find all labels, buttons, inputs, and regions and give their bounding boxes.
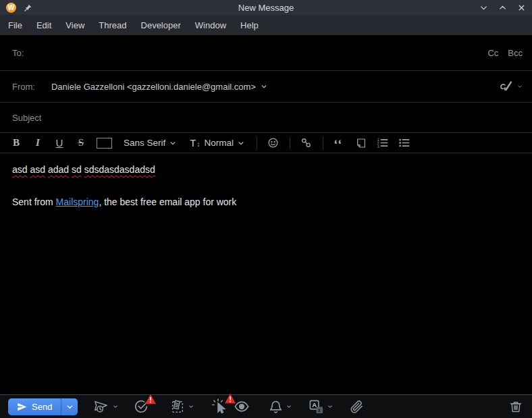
menu-help[interactable]: Help [240, 20, 259, 30]
text-size-icon: T↕ [190, 137, 200, 149]
translate-icon: A z [309, 399, 324, 415]
toolbar-divider [290, 137, 290, 149]
menu-developer[interactable]: Developer [141, 20, 181, 30]
toolbar-divider [257, 137, 257, 149]
link-button[interactable] [297, 134, 316, 152]
notifications-chevron-icon[interactable] [286, 404, 292, 409]
link-tracking-button[interactable] [210, 397, 230, 416]
template-icon [170, 399, 185, 414]
svg-text:A: A [313, 401, 317, 409]
signature-button[interactable] [498, 78, 523, 95]
font-family-select[interactable]: Sans Serif [118, 134, 182, 152]
bold-button[interactable]: B [7, 134, 26, 152]
translate-button[interactable]: A z [307, 398, 326, 416]
chevron-down-icon [66, 403, 74, 411]
bcc-toggle[interactable]: Bcc [508, 48, 523, 58]
maximize-button[interactable] [498, 3, 507, 12]
menubar: File Edit View Thread Developer Window H… [0, 15, 532, 35]
warning-badge-icon [144, 394, 157, 404]
trash-icon [509, 400, 523, 413]
open-tracking-button[interactable] [232, 398, 252, 415]
discard-draft-button[interactable] [508, 398, 524, 415]
misspelled-word: sdsdasdasdadsd [84, 164, 155, 175]
underline-button[interactable]: U [50, 134, 69, 152]
chevron-down-icon [169, 140, 176, 147]
eye-icon [234, 399, 250, 414]
paperclip-icon [350, 400, 364, 414]
body-line: asd asd adad sd sdsdasdasdadsd [12, 163, 520, 176]
send-later-button[interactable] [91, 398, 111, 415]
cc-toggle[interactable]: Cc [487, 48, 498, 58]
menu-view[interactable]: View [65, 20, 84, 30]
template-button[interactable] [168, 398, 187, 415]
send-later-chevron-icon[interactable] [113, 404, 118, 409]
quote-icon [334, 137, 346, 149]
chevron-down-icon [238, 140, 244, 147]
from-field-row: From: Daniele Gazzelloni <gazzelloni.dan… [0, 71, 532, 103]
emoji-icon [267, 137, 279, 149]
send-split-button[interactable]: Send [8, 398, 78, 415]
window-title: New Message [0, 3, 532, 13]
message-body-editor[interactable]: asd asd adad sd sdsdasdasdadsd Sent from… [0, 153, 532, 394]
paragraph-style-select[interactable]: T↕ Normal [184, 134, 250, 152]
svg-text:z: z [318, 408, 321, 413]
page-folded-icon [356, 138, 367, 149]
signature-icon [498, 78, 515, 95]
numbered-list-button[interactable]: 123 [373, 134, 392, 152]
send-options-chevron[interactable] [61, 398, 78, 415]
bullet-list-icon [398, 137, 410, 149]
text-color-swatch[interactable] [97, 138, 112, 149]
code-block-button[interactable] [352, 134, 371, 152]
misspelled-word: sd [72, 164, 82, 175]
link-icon [300, 137, 312, 149]
to-field-row[interactable]: To: Cc Bcc [0, 35, 532, 71]
svg-text:3: 3 [377, 145, 379, 149]
attach-file-button[interactable] [348, 398, 366, 415]
from-chevron-down-icon[interactable] [261, 83, 267, 90]
translate-chevron-icon[interactable] [327, 404, 333, 409]
send-button[interactable]: Send [8, 398, 61, 415]
titlebar: W New Message [0, 0, 532, 15]
signature-text: , the best free email app for work [99, 197, 236, 207]
signature-line: Sent from Mailspring, the best free emai… [12, 195, 520, 209]
mailspring-link[interactable]: Mailspring [56, 197, 99, 207]
menu-window[interactable]: Window [195, 20, 226, 30]
app-logo-icon: W [6, 3, 16, 13]
paper-plane-icon [17, 402, 27, 412]
from-account-value[interactable]: Daniele Gazzelloni <gazzelloni.daniele@g… [51, 82, 256, 92]
menu-file[interactable]: File [8, 20, 22, 30]
notifications-button[interactable] [267, 398, 285, 415]
from-label: From: [12, 82, 35, 92]
bullet-list-button[interactable] [395, 134, 414, 152]
strikethrough-button[interactable]: S [72, 134, 90, 152]
close-button[interactable] [516, 3, 526, 12]
menu-thread[interactable]: Thread [99, 20, 126, 30]
format-toolbar: B I U S Sans Serif T↕ Normal [0, 132, 532, 153]
to-label: To: [12, 48, 24, 58]
emoji-button[interactable] [264, 134, 283, 152]
compose-footer-toolbar: Send [0, 394, 532, 418]
minimize-button[interactable] [479, 3, 488, 12]
misspelled-word: asd [12, 164, 28, 175]
italic-button[interactable]: I [28, 134, 47, 152]
misspelled-word: asd [30, 164, 45, 175]
signature-text: Sent from [12, 197, 56, 207]
subject-field[interactable]: Subject [0, 103, 532, 132]
pin-icon[interactable] [24, 3, 32, 12]
blockquote-button[interactable] [330, 134, 349, 152]
compose-window: W New Message File Edit View Thread Deve… [0, 0, 532, 418]
menu-edit[interactable]: Edit [36, 20, 51, 30]
reminder-button[interactable] [132, 398, 151, 415]
signature-chevron-down-icon [517, 84, 523, 89]
template-chevron-icon[interactable] [188, 404, 194, 409]
toolbar-divider [323, 137, 323, 149]
subject-placeholder: Subject [12, 113, 41, 123]
numbered-list-icon: 123 [377, 137, 388, 149]
send-later-icon [93, 399, 109, 414]
bell-icon [269, 400, 283, 414]
misspelled-word: adad [48, 164, 69, 175]
